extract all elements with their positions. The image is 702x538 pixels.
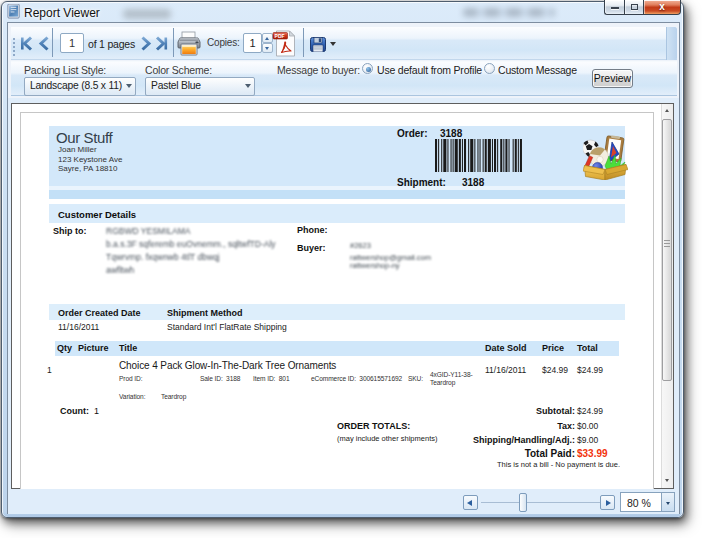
svg-text:PDF: PDF	[275, 33, 285, 39]
